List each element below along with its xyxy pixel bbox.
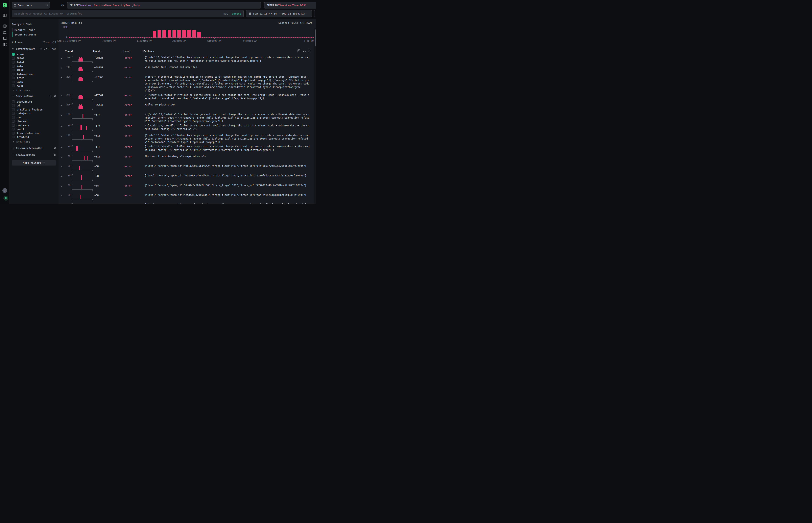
- filter-option-fraud-detection[interactable]: fraud-detection: [12, 131, 56, 135]
- chevron-right-icon[interactable]: [12, 140, 15, 143]
- table-row[interactable]: 60~174error×{"code":13,"details":"failed…: [59, 123, 313, 133]
- table-row[interactable]: 180~174error×{"code":13,"details":"faile…: [59, 112, 313, 123]
- checkbox[interactable]: [12, 57, 15, 60]
- settings-gear-icon[interactable]: ⚙: [61, 3, 64, 7]
- filter-option-currency[interactable]: currency: [12, 123, 56, 127]
- table-row[interactable]: 60~58error{"level":"error","span_id":"cd…: [59, 192, 313, 202]
- column-drag-handle[interactable]: ⋮: [141, 49, 143, 52]
- checkbox[interactable]: [12, 80, 15, 83]
- pin-icon[interactable]: [53, 154, 56, 157]
- run-query-button[interactable]: [314, 10, 316, 17]
- filter-group-resourceschemaurl[interactable]: ResourceSchemaUrl: [12, 146, 56, 150]
- table-row[interactable]: 22K~95441errorFailed to place order: [59, 102, 313, 112]
- filter-option-frontend[interactable]: frontend: [12, 135, 56, 139]
- expand-row-chevron-icon[interactable]: [60, 165, 63, 168]
- checkbox[interactable]: [12, 65, 15, 68]
- expand-row-chevron-icon[interactable]: [60, 76, 63, 79]
- histogram-bar[interactable]: [187, 30, 191, 37]
- histogram-bar[interactable]: [167, 30, 171, 37]
- sql-mode-button[interactable]: SQL: [224, 12, 228, 15]
- chevron-down-icon[interactable]: [12, 95, 15, 97]
- sql-select-input[interactable]: SELECT Timestamp, ServiceName, SeverityT…: [67, 2, 261, 8]
- filter-option-cainjector[interactable]: cainjector: [12, 111, 56, 115]
- filter-option-warn[interactable]: warn: [12, 80, 56, 84]
- filter-option-error[interactable]: ERROR: [12, 56, 56, 60]
- expand-row-chevron-icon[interactable]: [60, 185, 63, 188]
- checkbox[interactable]: [12, 112, 15, 115]
- table-row[interactable]: 60~116errorThe credit card (ending <*> e…: [59, 154, 313, 163]
- checkbox[interactable]: [12, 128, 15, 130]
- user-avatar[interactable]: U: [3, 196, 8, 201]
- histogram-bar[interactable]: [162, 30, 166, 37]
- dismiss-x-icon[interactable]: ×: [145, 124, 146, 127]
- analysis-mode-results-table[interactable]: Results Table: [12, 28, 56, 32]
- histogram-bar[interactable]: [158, 30, 161, 37]
- expand-row-chevron-icon[interactable]: [60, 135, 63, 138]
- chevron-right-icon[interactable]: [12, 89, 15, 92]
- load-more-link[interactable]: Load more: [12, 89, 56, 92]
- table-row[interactable]: 60~116error{"code":13,"details":"failed …: [59, 144, 313, 154]
- search-icon[interactable]: [40, 48, 42, 50]
- filter-option-checkout[interactable]: checkout: [12, 119, 56, 123]
- table-row[interactable]: 120~116error{"code":13,"details":"failed…: [59, 133, 313, 144]
- more-filters-button[interactable]: More filters: [12, 160, 56, 165]
- pin-icon[interactable]: [44, 48, 47, 50]
- filter-option-information[interactable]: Information: [12, 72, 56, 76]
- view-source-icon[interactable]: [297, 49, 301, 52]
- filter-option-warn[interactable]: WARN: [12, 84, 56, 88]
- pin-icon[interactable]: [53, 147, 56, 150]
- filter-option-error[interactable]: error: [12, 52, 56, 56]
- checkbox-checked[interactable]: [12, 53, 15, 56]
- table-row[interactable]: 60~58error{"level":"error","span_id":"0c…: [59, 163, 313, 173]
- search-logs-icon[interactable]: [3, 24, 7, 28]
- histogram-bar[interactable]: [153, 31, 156, 37]
- download-icon[interactable]: [308, 49, 312, 52]
- expand-row-chevron-icon[interactable]: [60, 114, 63, 117]
- filter-option-email[interactable]: email: [12, 127, 56, 131]
- expand-row-chevron-icon[interactable]: [60, 57, 63, 60]
- expand-row-chevron-icon[interactable]: [60, 156, 63, 159]
- expand-row-chevron-icon[interactable]: [60, 125, 63, 128]
- expand-row-chevron-icon[interactable]: [60, 146, 63, 149]
- checkbox[interactable]: [12, 61, 15, 64]
- filter-option-ad[interactable]: ad: [12, 104, 56, 108]
- checkbox[interactable]: [12, 116, 15, 119]
- filter-option-trace[interactable]: trace: [12, 76, 56, 80]
- events-histogram[interactable]: 80K 0 Sep 11 3:30:00 PM7:30:00 PM11:00:0…: [59, 25, 316, 47]
- help-button[interactable]: ?: [2, 188, 7, 193]
- expand-row-chevron-icon[interactable]: [60, 195, 63, 197]
- expand-row-chevron-icon[interactable]: [60, 94, 63, 97]
- clear-all-filters-button[interactable]: Clear all: [42, 41, 56, 44]
- table-row[interactable]: 60~58error{"level":"error","span_id":"33…: [59, 202, 313, 204]
- table-row[interactable]: 22K~97360error{"error":{"code":13,"detai…: [59, 74, 313, 92]
- pin-icon[interactable]: [53, 95, 56, 97]
- vertical-scrollbar[interactable]: [314, 28, 316, 204]
- order-by-input[interactable]: ORDER BY TimestampTime DESC: [264, 2, 316, 8]
- checkbox[interactable]: [12, 77, 15, 79]
- filter-option-info[interactable]: INFO: [12, 68, 56, 72]
- histogram-bar[interactable]: [177, 30, 181, 37]
- dismiss-x-icon[interactable]: ×: [145, 94, 146, 96]
- column-drag-handle[interactable]: ⋮: [121, 49, 123, 52]
- source-select[interactable]: Demo Logs: [12, 2, 50, 8]
- time-range-picker[interactable]: Sep 11 15:47:14 - Sep 12 15:47:14: [246, 10, 312, 17]
- expand-row-chevron-icon[interactable]: [60, 104, 63, 107]
- filter-option-info[interactable]: info: [12, 64, 56, 68]
- checkbox[interactable]: [12, 136, 15, 138]
- checkbox[interactable]: [12, 69, 15, 71]
- scrollbar-thumb[interactable]: [315, 30, 316, 46]
- clear-filter-button[interactable]: Clear: [49, 48, 56, 50]
- column-header-level[interactable]: ⋮level: [123, 50, 143, 53]
- filter-option-fatal[interactable]: fatal: [12, 60, 56, 64]
- dismiss-x-icon[interactable]: ×: [145, 113, 146, 116]
- search-icon[interactable]: [49, 95, 52, 97]
- table-row[interactable]: 60~58error{"level":"error","span_id":"eb…: [59, 173, 313, 183]
- table-row[interactable]: 60~58error{"level":"error","span_id":"6b…: [59, 183, 313, 192]
- column-drag-handle[interactable]: ⋮: [90, 49, 93, 52]
- expand-row-chevron-icon[interactable]: [60, 175, 63, 178]
- chevron-right-icon[interactable]: [12, 147, 15, 150]
- checkbox[interactable]: [12, 132, 15, 134]
- filter-option-accounting[interactable]: accounting: [12, 100, 56, 104]
- table-row[interactable]: 22K~98523error{"code":13,"details":"fail…: [59, 55, 313, 65]
- sidebar-toggle-icon[interactable]: [3, 13, 7, 17]
